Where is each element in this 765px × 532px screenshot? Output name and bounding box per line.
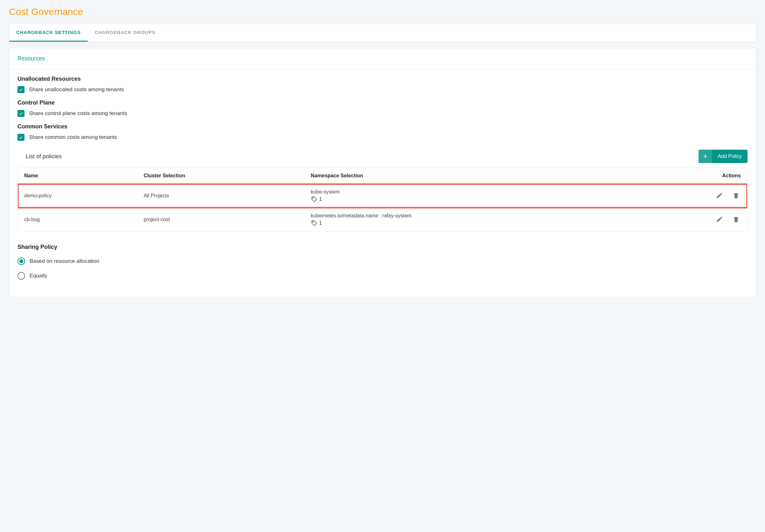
svg-point-0: [313, 198, 313, 198]
control-plane-title: Control Plane: [17, 100, 748, 106]
control-plane-label: Share control plane costs among tenants: [29, 110, 127, 117]
table-row: cb-bug project-cost kubernetes.io/metada…: [18, 208, 747, 232]
namespace-text: kubernetes.io/metadata.name : rafay-syst…: [311, 213, 669, 219]
unallocated-group: Unallocated Resources Share unallocated …: [17, 76, 748, 93]
check-icon: [18, 111, 24, 116]
pencil-icon: [716, 216, 723, 223]
row-name: cb-bug: [24, 217, 144, 223]
check-icon: [18, 135, 24, 140]
check-icon: [18, 87, 24, 92]
delete-button[interactable]: [731, 191, 741, 201]
policy-table: Name Cluster Selection Namespace Selecti…: [17, 168, 748, 232]
row-namespace: kubernetes.io/metadata.name : rafay-syst…: [311, 213, 669, 226]
radio-label: Equally: [30, 273, 47, 279]
sharing-policy-group: Sharing Policy Based on resource allocat…: [17, 244, 748, 280]
radio-input[interactable]: [17, 258, 25, 265]
resources-header: Resources: [9, 48, 756, 69]
radio-input[interactable]: [17, 272, 25, 280]
unallocated-label: Share unallocated costs among tenants: [29, 86, 124, 93]
col-name: Name: [24, 173, 144, 179]
tabs-card: CHARGEBACK SETTINGS CHARGEBACK GROUPS: [9, 24, 756, 42]
radio-resource-allocation[interactable]: Based on resource allocation: [17, 258, 748, 265]
edit-button[interactable]: [715, 191, 724, 201]
trash-icon: [733, 216, 740, 223]
common-services-group: Common Services Share common costs among…: [17, 123, 748, 141]
col-cluster: Cluster Selection: [144, 173, 311, 179]
namespace-tag: 1: [311, 220, 669, 226]
tag-icon: [311, 220, 317, 226]
row-name: demo-policy: [24, 193, 144, 199]
row-namespace: kube-system 1: [311, 189, 669, 203]
unallocated-title: Unallocated Resources: [17, 76, 748, 82]
plus-icon: [699, 150, 712, 163]
col-actions: Actions: [669, 173, 741, 179]
row-cluster: All Projects: [144, 193, 311, 199]
radio-label: Based on resource allocation: [30, 258, 99, 265]
resources-panel: Resources Unallocated Resources Share un…: [9, 48, 756, 297]
common-services-label: Share common costs among tenants: [29, 134, 117, 141]
add-policy-button[interactable]: Add Policy: [699, 150, 748, 163]
unallocated-checkbox[interactable]: [17, 86, 24, 93]
pencil-icon: [716, 192, 723, 199]
tab-chargeback-settings[interactable]: CHARGEBACK SETTINGS: [9, 24, 88, 42]
radio-equally[interactable]: Equally: [17, 272, 748, 280]
tab-chargeback-groups[interactable]: CHARGEBACK GROUPS: [88, 24, 163, 42]
row-actions: [669, 215, 741, 225]
delete-button[interactable]: [731, 215, 741, 225]
tag-icon: [311, 196, 317, 203]
trash-icon: [733, 192, 740, 199]
tag-count: 1: [319, 197, 322, 202]
namespace-tag: 1: [311, 196, 669, 203]
sharing-policy-title: Sharing Policy: [17, 244, 748, 251]
page-title: Cost Governance: [9, 6, 756, 17]
table-header-row: Name Cluster Selection Namespace Selecti…: [18, 168, 747, 184]
col-namespace: Namespace Selection: [311, 173, 669, 179]
row-actions: [669, 191, 741, 201]
row-cluster: project-cost: [144, 217, 311, 223]
control-plane-group: Control Plane Share control plane costs …: [17, 100, 748, 117]
policies-title: List of policies: [26, 153, 62, 160]
edit-button[interactable]: [715, 215, 724, 225]
table-row: demo-policy All Projects kube-system 1: [18, 184, 747, 208]
tag-count: 1: [319, 220, 322, 226]
namespace-text: kube-system: [311, 189, 669, 195]
tabs: CHARGEBACK SETTINGS CHARGEBACK GROUPS: [9, 24, 756, 42]
add-policy-label: Add Policy: [712, 150, 748, 163]
common-services-checkbox[interactable]: [17, 134, 24, 141]
svg-point-1: [313, 222, 313, 222]
control-plane-checkbox[interactable]: [17, 110, 24, 117]
common-services-title: Common Services: [17, 123, 748, 130]
